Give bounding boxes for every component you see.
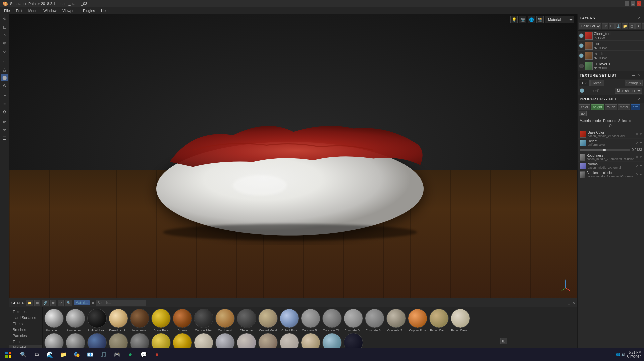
texture-set-lambert1[interactable]: lambert1 Main shader [578, 87, 644, 95]
material-item-chainmail[interactable]: Chainmail [236, 309, 257, 332]
base-color-expand-btn[interactable]: ▾ [640, 132, 642, 136]
material-item-concrete-sl[interactable]: Concrete Sl... [365, 309, 385, 332]
material-item-fabric-base[interactable]: Fabric Base... [450, 309, 470, 332]
shelf-cat-brushes[interactable]: Brushes [9, 327, 42, 333]
restore-button[interactable]: □ [631, 1, 635, 6]
display-mode-dropdown[interactable]: Material Base Color Roughness Metallic [545, 16, 574, 23]
material-item-coated-metal[interactable]: Coated Metal [258, 309, 278, 332]
menu-plugins[interactable]: Plugins [80, 8, 98, 13]
tool-settings[interactable]: ⚙ [1, 108, 8, 116]
ts-shader-select[interactable]: Main shader [615, 88, 642, 94]
material-item-carbon-fiber[interactable]: Carbon Fiber [194, 309, 214, 332]
base-color-remove-btn[interactable]: ✕ [636, 132, 639, 136]
ts-settings-btn[interactable]: Settings ▾ [625, 80, 643, 86]
material-item-concrete-d[interactable]: Concrete D... [343, 309, 363, 332]
material-item-fabric-bam[interactable]: Fabric Bam... [429, 309, 449, 332]
taskbar-task-view-btn[interactable]: ⧉ [30, 348, 43, 361]
channel-rough-btn[interactable]: rough [605, 104, 617, 110]
prop-height[interactable]: Height uniform color ✕ ▾ [578, 139, 644, 147]
taskbar-app7-btn[interactable]: ● [150, 348, 164, 361]
layer-add-effect-btn[interactable]: ✦ [635, 23, 641, 29]
material-item-concrete-s[interactable]: Concrete S... [386, 309, 406, 332]
material-item-aluminium1[interactable]: Aluminium ... [44, 309, 64, 332]
layer-visibility-fill[interactable] [579, 64, 584, 68]
shelf-grid-toggle-btn[interactable]: ⊞ [500, 338, 507, 344]
taskbar-app2-btn[interactable]: 📧 [84, 348, 97, 361]
shelf-filter-icon-btn[interactable]: ▽ [58, 300, 64, 306]
tool-layers[interactable]: ☰ [1, 135, 8, 142]
tool-photoshop[interactable]: Ps [1, 92, 8, 100]
properties-minimize-btn[interactable]: — [631, 96, 636, 102]
shelf-close-btn[interactable]: ✕ [572, 300, 575, 305]
material-item-baked-light[interactable]: Baked Light... [108, 309, 128, 332]
tool-smudge[interactable]: ○ [1, 31, 8, 39]
layer-add-group-btn[interactable]: 📁 [622, 23, 628, 29]
shelf-active-tag[interactable]: Materi... [74, 300, 90, 305]
shelf-cat-particles[interactable]: Particles [9, 333, 42, 339]
material-item-concrete-b[interactable]: Concrete B... [301, 309, 321, 332]
taskbar-explorer-btn[interactable]: 📁 [57, 348, 70, 361]
layer-visibility-top[interactable] [579, 43, 584, 48]
shelf-open-folder-btn[interactable]: 📁 [26, 300, 33, 306]
material-item-base-wood[interactable]: base_wood [130, 309, 150, 332]
material-item-bronze[interactable]: Bronze [172, 309, 192, 332]
taskbar-edge-btn[interactable]: 🌊 [43, 348, 57, 361]
shelf-collapse-btn[interactable]: ⊡ [567, 300, 571, 305]
ts-tab-mesh[interactable]: Mesh [590, 80, 604, 86]
tool-3d[interactable]: 3D [1, 127, 8, 134]
taskbar-app6-btn[interactable]: 💬 [137, 348, 150, 361]
shelf-tag-close-btn[interactable]: ✕ [91, 300, 95, 305]
material-item-artificial-lea[interactable]: Artificial Lea... [87, 309, 107, 332]
ts-vis-lambert1[interactable] [580, 88, 584, 93]
blend-mode-select[interactable]: Base Col Norm Mult [579, 23, 601, 29]
prop-normal[interactable]: Normal bacon_middle_2Xnormal ✕ ▾ [578, 162, 644, 170]
vp-lighting-btn[interactable]: 💡 [510, 16, 518, 23]
tool-2d[interactable]: 2D [1, 119, 8, 126]
channel-ao-btn[interactable]: ao [579, 111, 587, 116]
texture-set-minimize-btn[interactable]: — [631, 73, 636, 78]
tool-menu[interactable]: ≡ [1, 100, 8, 108]
material-item-cobalt-pure[interactable]: Cobalt Pure [279, 309, 299, 332]
menu-mode[interactable]: Mode [26, 8, 40, 13]
layer-row-top[interactable]: top Norm 100 [578, 41, 644, 51]
material-item-brass-pure[interactable]: Brass Pure [151, 309, 171, 332]
normal-expand-btn[interactable]: ▾ [640, 164, 642, 168]
close-button[interactable]: ✕ [637, 1, 641, 6]
shelf-search-input[interactable] [96, 300, 146, 306]
layer-visibility-middle[interactable] [579, 53, 584, 58]
menu-edit[interactable]: Edit [13, 8, 25, 13]
tool-eraser[interactable]: ◻ [1, 23, 8, 31]
channel-nrm-btn[interactable]: nrm [631, 104, 640, 110]
taskbar-time[interactable]: 5:21 PM 3/17/2019 [627, 350, 642, 359]
prop-ao[interactable]: Ambient occlusion bacon_middle_2Xambient… [578, 170, 644, 179]
tool-select[interactable]: ◇ [1, 47, 8, 55]
tool-transform[interactable]: △ [1, 66, 8, 73]
height-swatch[interactable] [580, 140, 586, 146]
roughness-expand-btn[interactable]: ▾ [640, 155, 642, 159]
layer-row-clone[interactable]: Clone_tool Pthr 100 [578, 31, 644, 41]
menu-viewport[interactable]: Viewport [60, 8, 79, 13]
shelf-cat-textures[interactable]: Textures [9, 309, 42, 315]
material-item-concrete-cl[interactable]: Concrete Cl... [322, 309, 342, 332]
shelf-cat-hard-surfaces[interactable]: Hard Surfaces [9, 315, 42, 321]
shelf-cat-tools[interactable]: Tools [9, 339, 42, 345]
taskbar-volume-icon[interactable]: 🔊 [621, 353, 625, 356]
ao-expand-btn[interactable]: ▾ [640, 172, 642, 177]
ao-swatch[interactable] [580, 171, 585, 178]
layer-add-anchor-btn[interactable]: ⚓ [615, 23, 621, 29]
vp-camera-btn[interactable]: 📷 [519, 16, 526, 23]
material-item-copper-pure[interactable]: Copper Pure [408, 309, 428, 332]
roughness-remove-btn[interactable]: ✕ [636, 155, 639, 159]
vp-screenshot-btn[interactable]: 📸 [536, 16, 544, 23]
vp-env-btn[interactable]: 🌐 [528, 16, 535, 23]
taskbar-network-icon[interactable]: 🌐 [616, 353, 620, 356]
shelf-import-btn[interactable]: ⊞ [34, 300, 40, 306]
layer-row-fill[interactable]: Fill layer 1 Norm 100 [578, 61, 644, 71]
shelf-search-btn[interactable]: 🔍 [65, 300, 72, 306]
texture-set-close-btn[interactable]: ✕ [637, 73, 642, 78]
normal-swatch[interactable] [580, 163, 586, 169]
taskbar-app5-btn[interactable]: ● [124, 348, 137, 361]
ts-tab-uv[interactable]: UV [579, 80, 590, 86]
tool-paint[interactable]: ✎ [1, 15, 8, 23]
layer-delete-btn[interactable]: 🗑 [642, 23, 644, 29]
